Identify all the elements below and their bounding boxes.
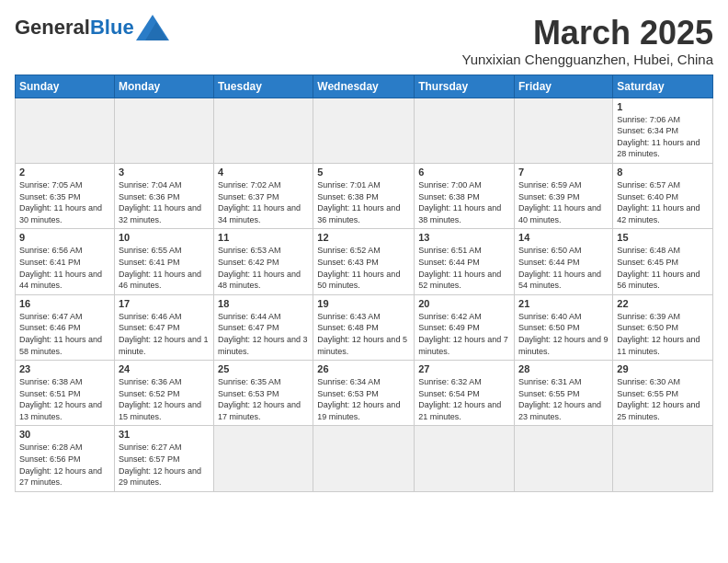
calendar-cell: 15Sunrise: 6:48 AMSunset: 6:45 PMDayligh… [613, 229, 713, 294]
day-info: Sunrise: 6:27 AMSunset: 6:57 PMDaylight:… [119, 442, 201, 487]
day-info: Sunrise: 6:59 AMSunset: 6:39 PMDaylight:… [518, 180, 601, 224]
calendar-cell: 23Sunrise: 6:38 AMSunset: 6:51 PMDayligh… [16, 361, 115, 426]
day-info: Sunrise: 6:31 AMSunset: 6:55 PMDaylight:… [518, 377, 601, 421]
calendar-cell [415, 426, 515, 491]
calendar-row: 30Sunrise: 6:28 AMSunset: 6:56 PMDayligh… [16, 426, 713, 491]
header-wednesday: Wednesday [313, 75, 415, 98]
calendar-header-row: Sunday Monday Tuesday Wednesday Thursday… [16, 75, 713, 98]
calendar-cell: 22Sunrise: 6:39 AMSunset: 6:50 PMDayligh… [613, 294, 713, 360]
day-info: Sunrise: 6:46 AMSunset: 6:47 PMDaylight:… [119, 312, 209, 356]
day-number: 25 [218, 363, 309, 374]
day-number: 30 [19, 429, 110, 440]
day-info: Sunrise: 7:04 AMSunset: 6:36 PMDaylight:… [119, 180, 201, 224]
day-number: 19 [317, 298, 410, 309]
calendar-cell [214, 98, 313, 163]
logo-blue: Blue [90, 16, 134, 39]
logo-text: GeneralBlue [15, 17, 134, 38]
day-number: 6 [418, 167, 510, 178]
day-number: 5 [317, 167, 410, 178]
page-header: GeneralBlue March 2025 Yunxixian Chenggu… [15, 15, 713, 67]
day-number: 22 [617, 298, 709, 309]
calendar-cell [214, 426, 313, 491]
calendar-row: 2Sunrise: 7:05 AMSunset: 6:35 PMDaylight… [16, 163, 713, 228]
day-info: Sunrise: 6:36 AMSunset: 6:52 PMDaylight:… [119, 377, 201, 421]
day-info: Sunrise: 7:06 AMSunset: 6:34 PMDaylight:… [617, 115, 700, 159]
calendar-cell: 11Sunrise: 6:53 AMSunset: 6:42 PMDayligh… [214, 229, 313, 294]
day-info: Sunrise: 7:00 AMSunset: 6:38 PMDaylight:… [418, 180, 501, 224]
calendar-cell: 28Sunrise: 6:31 AMSunset: 6:55 PMDayligh… [515, 361, 613, 426]
calendar-cell [313, 426, 415, 491]
calendar-cell: 31Sunrise: 6:27 AMSunset: 6:57 PMDayligh… [114, 426, 213, 491]
header-friday: Friday [515, 75, 613, 98]
calendar-cell: 19Sunrise: 6:43 AMSunset: 6:48 PMDayligh… [313, 294, 415, 360]
day-number: 18 [218, 298, 309, 309]
day-number: 4 [218, 167, 309, 178]
month-title: March 2025 [461, 15, 713, 52]
calendar-cell: 30Sunrise: 6:28 AMSunset: 6:56 PMDayligh… [16, 426, 115, 491]
calendar-cell: 18Sunrise: 6:44 AMSunset: 6:47 PMDayligh… [214, 294, 313, 360]
calendar-row: 1Sunrise: 7:06 AMSunset: 6:34 PMDaylight… [16, 98, 713, 163]
day-info: Sunrise: 6:35 AMSunset: 6:53 PMDaylight:… [218, 377, 301, 421]
calendar-cell: 3Sunrise: 7:04 AMSunset: 6:36 PMDaylight… [114, 163, 213, 228]
calendar-cell: 4Sunrise: 7:02 AMSunset: 6:37 PMDaylight… [214, 163, 313, 228]
day-number: 29 [617, 363, 709, 374]
day-info: Sunrise: 7:05 AMSunset: 6:35 PMDaylight:… [19, 180, 102, 224]
day-number: 21 [518, 298, 609, 309]
calendar-cell: 13Sunrise: 6:51 AMSunset: 6:44 PMDayligh… [415, 229, 515, 294]
day-number: 24 [119, 363, 210, 374]
calendar-cell: 29Sunrise: 6:30 AMSunset: 6:55 PMDayligh… [613, 361, 713, 426]
day-number: 14 [518, 232, 609, 243]
logo-general: General [15, 16, 90, 39]
day-number: 20 [418, 298, 510, 309]
day-number: 27 [418, 363, 510, 374]
calendar-cell: 14Sunrise: 6:50 AMSunset: 6:44 PMDayligh… [515, 229, 613, 294]
calendar-cell: 24Sunrise: 6:36 AMSunset: 6:52 PMDayligh… [114, 361, 213, 426]
day-number: 26 [317, 363, 410, 374]
calendar-cell: 5Sunrise: 7:01 AMSunset: 6:38 PMDaylight… [313, 163, 415, 228]
day-info: Sunrise: 6:47 AMSunset: 6:46 PMDaylight:… [19, 312, 102, 356]
day-number: 1 [617, 101, 709, 112]
calendar-row: 23Sunrise: 6:38 AMSunset: 6:51 PMDayligh… [16, 361, 713, 426]
calendar-cell: 8Sunrise: 6:57 AMSunset: 6:40 PMDaylight… [613, 163, 713, 228]
calendar-cell: 20Sunrise: 6:42 AMSunset: 6:49 PMDayligh… [415, 294, 515, 360]
day-number: 8 [617, 167, 709, 178]
day-info: Sunrise: 6:48 AMSunset: 6:45 PMDaylight:… [617, 246, 700, 290]
day-info: Sunrise: 6:28 AMSunset: 6:56 PMDaylight:… [19, 442, 102, 487]
day-info: Sunrise: 6:32 AMSunset: 6:54 PMDaylight:… [418, 377, 501, 421]
header-sunday: Sunday [16, 75, 115, 98]
calendar-cell [515, 98, 613, 163]
day-info: Sunrise: 6:42 AMSunset: 6:49 PMDaylight:… [418, 312, 508, 356]
day-number: 7 [518, 167, 609, 178]
day-number: 9 [19, 232, 110, 243]
day-number: 3 [119, 167, 210, 178]
day-info: Sunrise: 6:50 AMSunset: 6:44 PMDaylight:… [518, 246, 601, 290]
day-info: Sunrise: 6:38 AMSunset: 6:51 PMDaylight:… [19, 377, 102, 421]
day-info: Sunrise: 6:40 AMSunset: 6:50 PMDaylight:… [518, 312, 609, 356]
calendar-cell [613, 426, 713, 491]
day-info: Sunrise: 6:43 AMSunset: 6:48 PMDaylight:… [317, 312, 407, 356]
calendar-cell: 9Sunrise: 6:56 AMSunset: 6:41 PMDaylight… [16, 229, 115, 294]
day-number: 16 [19, 298, 110, 309]
calendar-cell [415, 98, 515, 163]
day-info: Sunrise: 6:39 AMSunset: 6:50 PMDaylight:… [617, 312, 700, 356]
calendar-cell: 16Sunrise: 6:47 AMSunset: 6:46 PMDayligh… [16, 294, 115, 360]
calendar-cell: 2Sunrise: 7:05 AMSunset: 6:35 PMDaylight… [16, 163, 115, 228]
day-number: 15 [617, 232, 709, 243]
day-info: Sunrise: 6:53 AMSunset: 6:42 PMDaylight:… [218, 246, 301, 290]
calendar-cell: 27Sunrise: 6:32 AMSunset: 6:54 PMDayligh… [415, 361, 515, 426]
day-info: Sunrise: 6:44 AMSunset: 6:47 PMDaylight:… [218, 312, 308, 356]
header-monday: Monday [114, 75, 213, 98]
day-number: 28 [518, 363, 609, 374]
calendar-cell: 25Sunrise: 6:35 AMSunset: 6:53 PMDayligh… [214, 361, 313, 426]
day-info: Sunrise: 7:02 AMSunset: 6:37 PMDaylight:… [218, 180, 301, 224]
header-saturday: Saturday [613, 75, 713, 98]
calendar-cell: 21Sunrise: 6:40 AMSunset: 6:50 PMDayligh… [515, 294, 613, 360]
day-number: 2 [19, 167, 110, 178]
day-number: 10 [119, 232, 210, 243]
day-number: 12 [317, 232, 410, 243]
day-number: 31 [119, 429, 210, 440]
calendar-table: Sunday Monday Tuesday Wednesday Thursday… [15, 75, 713, 492]
calendar-cell [16, 98, 115, 163]
day-number: 23 [19, 363, 110, 374]
calendar-cell: 1Sunrise: 7:06 AMSunset: 6:34 PMDaylight… [613, 98, 713, 163]
